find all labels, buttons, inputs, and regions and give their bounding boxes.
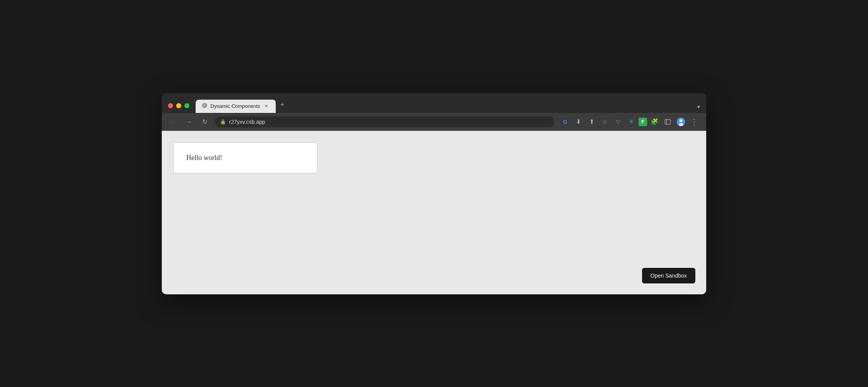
url-bar[interactable]: 🔒 r27yxv.csb.app	[215, 116, 555, 127]
browser-window: Dynamic Components ✕ + ▾ ← → ↻ 🔒 r27yxv.…	[162, 93, 706, 294]
window-controls	[168, 103, 196, 113]
profile-icon[interactable]	[675, 116, 687, 128]
close-button[interactable]	[168, 103, 173, 108]
globe-icon	[202, 103, 207, 110]
lock-icon: 🔒	[220, 119, 226, 125]
active-tab[interactable]: Dynamic Components ✕	[196, 100, 276, 113]
bookmark-icon[interactable]: ☆	[599, 116, 611, 128]
extensions-icon[interactable]: 🧩	[649, 116, 660, 128]
google-icon[interactable]: G	[559, 116, 571, 128]
tab-dropdown-button[interactable]: ▾	[697, 104, 700, 113]
toolbar-icons: G ⬇ ⬆ ☆ ▽ ✳ F 🧩 ⋮	[559, 116, 700, 128]
svg-point-9	[679, 123, 683, 126]
title-bar: Dynamic Components ✕ + ▾	[162, 93, 706, 113]
sidebar-icon[interactable]	[662, 116, 674, 128]
page-content: Hello world! Open Sandbox	[162, 131, 706, 294]
forms-icon[interactable]: F	[639, 118, 647, 126]
perplexity-icon[interactable]: ✳	[625, 116, 637, 128]
hello-card: Hello world!	[173, 142, 317, 173]
vue-icon[interactable]: ▽	[612, 116, 624, 128]
tab-close-button[interactable]: ✕	[263, 103, 270, 109]
open-sandbox-button[interactable]: Open Sandbox	[642, 268, 695, 283]
menu-icon[interactable]: ⋮	[688, 116, 700, 128]
url-text: r27yxv.csb.app	[229, 119, 265, 125]
tab-bar: Dynamic Components ✕ + ▾	[196, 98, 700, 113]
back-button[interactable]: ←	[168, 116, 179, 127]
forward-icon: →	[186, 118, 192, 125]
refresh-button[interactable]: ↻	[199, 116, 210, 127]
hello-text: Hello world!	[186, 154, 222, 162]
svg-point-8	[679, 119, 682, 122]
address-bar: ← → ↻ 🔒 r27yxv.csb.app G ⬇ ⬆ ☆ ▽ ✳ F 🧩	[162, 113, 706, 131]
minimize-button[interactable]	[176, 103, 181, 108]
tab-title: Dynamic Components	[210, 103, 260, 109]
share-icon[interactable]: ⬆	[586, 116, 597, 128]
new-tab-button[interactable]: +	[276, 98, 289, 113]
download-icon[interactable]: ⬇	[572, 116, 584, 128]
svg-rect-5	[665, 120, 670, 124]
forward-button[interactable]: →	[184, 116, 194, 127]
maximize-button[interactable]	[184, 103, 189, 108]
back-icon: ←	[170, 118, 177, 125]
refresh-icon: ↻	[202, 118, 207, 125]
